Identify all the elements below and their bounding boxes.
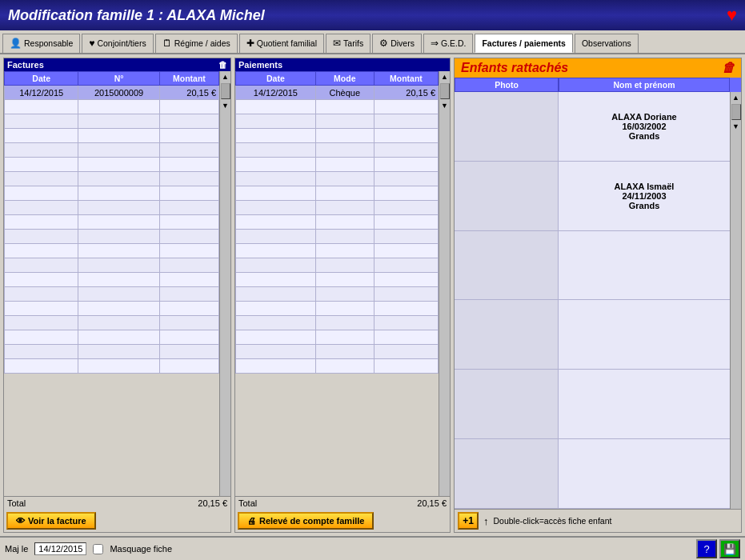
factures-row[interactable]: [5, 129, 219, 143]
factures-scrollbar[interactable]: ▲ ▼: [219, 71, 230, 496]
tab-tarifs[interactable]: ✉ Tarifs: [326, 34, 370, 53]
divers-icon: ⚙: [379, 38, 388, 49]
status-bar: Maj le 14/12/2015 Masquage fiche ? 💾: [0, 536, 745, 560]
enfants-title: Enfants rattachés 🗑: [455, 58, 741, 78]
paiements-col-montant: Montant: [374, 72, 438, 86]
arrow-up-icon: ↑: [483, 515, 489, 527]
factures-row[interactable]: [5, 215, 219, 230]
paiements-table: Date Mode Montant 14/12/2015Chèque20,15 …: [235, 71, 439, 374]
enfant-name-2[interactable]: ALAXA Ismaël 24/11/2003 Grands: [559, 162, 730, 230]
enfant-name-1[interactable]: ALAXA Doriane 16/03/2002 Grands: [559, 92, 730, 161]
factures-col-num: N°: [78, 72, 159, 86]
voir-facture-button[interactable]: 👁 Voir la facture: [6, 512, 96, 530]
factures-row[interactable]: [5, 100, 219, 114]
logo-icon: ♥: [727, 5, 737, 26]
paiements-row[interactable]: [236, 129, 439, 143]
dblclick-label: Double-click=accès fiche enfant: [494, 516, 612, 526]
factures-row[interactable]: [5, 114, 219, 129]
factures-scroll-up[interactable]: ▲: [220, 71, 230, 82]
factures-scroll-down[interactable]: ▼: [220, 100, 230, 111]
enfant-photo-1: [455, 92, 559, 161]
paiements-scrollbar[interactable]: ▲ ▼: [439, 71, 450, 496]
factures-delete-icon[interactable]: 🗑: [218, 60, 227, 70]
enfants-table-wrapper: ALAXA Doriane 16/03/2002 Grands ALAXA Is…: [455, 92, 741, 509]
paiements-row[interactable]: [236, 345, 439, 359]
paiements-row[interactable]: [236, 302, 439, 316]
factures-row[interactable]: [5, 201, 219, 215]
enfant-row-empty-1: [455, 231, 730, 301]
quotient-icon: ✚: [246, 38, 254, 49]
factures-row[interactable]: [5, 345, 219, 359]
paiements-row[interactable]: [236, 201, 439, 215]
paiements-row[interactable]: [236, 158, 439, 172]
paiements-row[interactable]: [236, 359, 439, 374]
responsable-icon: 👤: [10, 38, 22, 49]
paiements-row[interactable]: [236, 230, 439, 244]
factures-row[interactable]: [5, 287, 219, 302]
paiements-row[interactable]: [236, 287, 439, 302]
factures-row[interactable]: [5, 273, 219, 287]
paiements-total-row: Total 20,15 €: [235, 496, 450, 510]
factures-table: Date N° Montant 14/12/2015201500000920,1…: [4, 71, 219, 374]
enfants-panel: Enfants rattachés 🗑 Photo Nom et prénom …: [454, 58, 742, 533]
enfants-scroll-thumb[interactable]: [731, 104, 741, 120]
factures-row[interactable]: [5, 258, 219, 273]
tab-observations[interactable]: Observations: [575, 34, 639, 53]
tab-quotient[interactable]: ✚ Quotient familial: [239, 34, 324, 53]
paiements-row[interactable]: [236, 258, 439, 273]
paiements-row[interactable]: [236, 186, 439, 201]
paiements-row[interactable]: [236, 100, 439, 114]
paiements-row[interactable]: 14/12/2015Chèque20,15 €: [236, 86, 439, 100]
factures-row[interactable]: [5, 158, 219, 172]
maj-label: Maj le: [5, 544, 28, 554]
factures-row[interactable]: [5, 143, 219, 158]
enfants-delete-icon[interactable]: 🗑: [722, 61, 735, 75]
maj-date: 14/12/2015: [34, 542, 86, 555]
factures-row[interactable]: [5, 302, 219, 316]
paiements-row[interactable]: [236, 316, 439, 330]
paiements-scroll-down[interactable]: ▼: [439, 100, 450, 111]
add-enfant-button[interactable]: +1: [458, 512, 479, 530]
enfants-col-headers: Photo Nom et prénom: [455, 78, 741, 92]
paiements-row[interactable]: [236, 114, 439, 129]
paiements-row[interactable]: [236, 330, 439, 345]
paiements-row[interactable]: [236, 215, 439, 230]
paiements-row[interactable]: [236, 172, 439, 186]
enfants-scroll-down[interactable]: ▼: [731, 121, 741, 132]
regime-icon: 🗒: [162, 38, 172, 49]
paiements-scroll-up[interactable]: ▲: [439, 71, 450, 82]
status-buttons: ? 💾: [696, 539, 740, 558]
paiements-row[interactable]: [236, 244, 439, 258]
masquage-checkbox[interactable]: [93, 544, 103, 554]
paiements-row[interactable]: [236, 143, 439, 158]
factures-row[interactable]: [5, 230, 219, 244]
factures-row[interactable]: [5, 244, 219, 258]
factures-row[interactable]: [5, 330, 219, 345]
tab-divers[interactable]: ⚙ Divers: [372, 34, 422, 53]
paiements-col-date: Date: [236, 72, 316, 86]
factures-row[interactable]: [5, 316, 219, 330]
tab-regime[interactable]: 🗒 Régime / aides: [155, 34, 238, 53]
tab-responsable[interactable]: 👤 Responsable: [2, 34, 80, 53]
paiements-btn-row: 🖨 Relevé de compte famille: [235, 510, 450, 532]
factures-row[interactable]: [5, 172, 219, 186]
save-button[interactable]: 💾: [719, 539, 740, 558]
tab-ged[interactable]: ⇒ G.E.D.: [423, 34, 474, 53]
paiements-scroll-thumb[interactable]: [440, 83, 450, 99]
factures-row[interactable]: [5, 186, 219, 201]
help-button[interactable]: ?: [696, 539, 717, 558]
factures-panel: Factures 🗑 Date N° Montant 14/12/2015201…: [3, 58, 231, 533]
factures-col-date: Date: [5, 72, 78, 86]
enfants-scroll-up[interactable]: ▲: [731, 92, 741, 103]
page-title: Modification famille 1 : ALAXA Michel: [8, 7, 265, 24]
enfant-row-2: ALAXA Ismaël 24/11/2003 Grands: [455, 162, 730, 231]
factures-scroll-thumb[interactable]: [221, 83, 230, 99]
releve-compte-button[interactable]: 🖨 Relevé de compte famille: [238, 512, 374, 530]
factures-btn-row: 👁 Voir la facture: [4, 510, 230, 532]
enfants-scrollbar[interactable]: ▲ ▼: [730, 92, 741, 509]
tab-factures[interactable]: Factures / paiements: [475, 34, 572, 53]
factures-row[interactable]: 14/12/2015201500000920,15 €: [5, 86, 219, 100]
paiements-row[interactable]: [236, 273, 439, 287]
factures-row[interactable]: [5, 359, 219, 374]
tab-conjoint[interactable]: ♥ Conjoint/tiers: [82, 34, 153, 53]
